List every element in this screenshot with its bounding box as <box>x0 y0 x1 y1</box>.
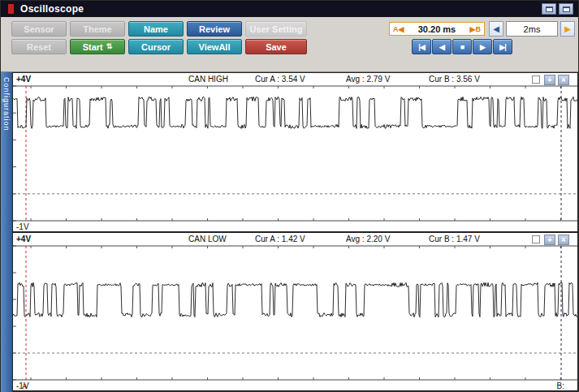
media-stop-button[interactable]: ■ <box>452 39 472 54</box>
start-label: Start <box>83 40 103 54</box>
media-last-button[interactable]: ▶| <box>493 39 512 54</box>
cursor-time-display: A◀ 30.20 ms ▶B <box>389 22 485 36</box>
window-controls <box>542 3 573 15</box>
media-first-button[interactable]: |◀ <box>412 39 431 54</box>
configuration-label: Configuration <box>2 77 11 131</box>
start-button[interactable]: Start ⇅ <box>70 39 125 54</box>
channel-name: CAN LOW <box>188 235 227 243</box>
waveform-canvas-ch2 <box>13 233 577 390</box>
scale-bottom-label: -1V <box>16 222 29 231</box>
user-setting-button[interactable]: User Setting <box>245 21 307 37</box>
scale-bottom-label: -1V <box>16 381 29 390</box>
save-button[interactable]: Save <box>245 39 307 54</box>
review-button[interactable]: Review <box>187 21 242 37</box>
channel-visible-checkbox[interactable] <box>532 235 540 243</box>
oscilloscope-window: Oscilloscope Sensor Theme Name Review Us… <box>0 0 579 392</box>
waveform-trace <box>13 282 577 317</box>
configuration-sidebar-tab[interactable]: Configuration <box>1 72 12 392</box>
name-button[interactable]: Name <box>128 21 184 37</box>
cursor-b-reading: Cur B : 3.56 V <box>429 75 480 84</box>
cursor-b-marker-icon: ▶B <box>470 25 481 33</box>
waveform-trace <box>13 97 577 128</box>
waveform-canvas-ch1 <box>13 73 577 231</box>
viewall-button[interactable]: ViewAll <box>187 39 242 54</box>
zoom-in-icon[interactable]: + <box>544 235 555 245</box>
app-icon <box>8 4 14 14</box>
channel-panel-can-low: +4V CAN LOW Cur A : 1.42 V Avg : 2.20 V … <box>12 232 578 391</box>
media-prev-button[interactable]: ◀ <box>432 39 452 54</box>
restore-glyph <box>546 6 553 12</box>
timebase-prev-button[interactable]: ◀ <box>489 21 503 37</box>
scale-top-label: +4V <box>16 235 31 243</box>
close-channel-icon[interactable]: × <box>558 75 569 85</box>
average-reading: Avg : 2.79 V <box>346 75 390 84</box>
close-channel-icon[interactable]: × <box>558 235 569 245</box>
channel-header-ch2: +4V CAN LOW Cur A : 1.42 V Avg : 2.20 V … <box>13 233 577 246</box>
maximize-glyph <box>563 6 570 12</box>
cursor-a-marker-icon: A◀ <box>393 25 404 33</box>
channel-visible-checkbox[interactable] <box>532 75 540 84</box>
theme-button[interactable]: Theme <box>70 21 125 37</box>
channel-panel-can-high: +4V CAN HIGH Cur A : 3.54 V Avg : 2.79 V… <box>12 72 578 232</box>
cursor-a-reading: Cur A : 3.54 V <box>255 75 305 84</box>
cursor-button[interactable]: Cursor <box>128 39 184 54</box>
window-title: Oscilloscope <box>20 3 84 15</box>
sensor-button[interactable]: Sensor <box>11 21 67 37</box>
media-play-button[interactable]: ▶ <box>473 39 492 54</box>
cursor-delta-time: 30.20 ms <box>418 24 456 34</box>
start-spinner-icon: ⇅ <box>106 43 113 50</box>
average-reading: Avg : 2.20 V <box>346 235 390 243</box>
scale-top-label: +4V <box>16 75 31 84</box>
timebase-next-button[interactable]: ▶ <box>560 21 575 37</box>
titlebar: Oscilloscope <box>1 1 578 17</box>
zoom-in-icon[interactable]: + <box>544 75 555 85</box>
channel-header-ch1: +4V CAN HIGH Cur A : 3.54 V Avg : 2.79 V… <box>13 73 577 86</box>
reset-button[interactable]: Reset <box>11 39 67 54</box>
window-maximize-icon[interactable] <box>559 3 573 15</box>
window-restore-icon[interactable] <box>542 3 556 15</box>
cursor-b-bottom-label: B: <box>557 381 564 390</box>
timebase-select[interactable]: 2ms <box>506 21 558 37</box>
cursor-a-reading: Cur A : 1.42 V <box>255 235 305 243</box>
cursor-b-reading: Cur B : 1.47 V <box>429 235 480 243</box>
toolbar: Sensor Theme Name Review User Setting A◀… <box>1 17 578 72</box>
channel-name: CAN HIGH <box>188 75 228 84</box>
